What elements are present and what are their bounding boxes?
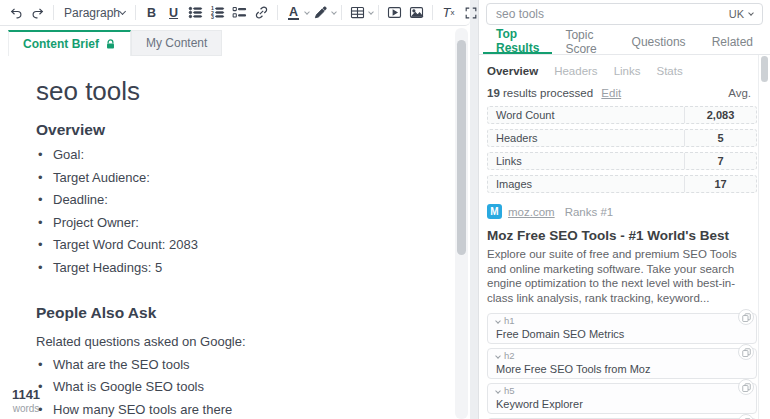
redo-icon bbox=[31, 6, 45, 20]
subtab-stats[interactable]: Stats bbox=[656, 65, 682, 77]
stat-label: Links bbox=[488, 153, 684, 169]
todo-list-button[interactable] bbox=[229, 3, 250, 23]
document-editor[interactable]: seo tools Overview Goal: Target Audience… bbox=[36, 56, 436, 419]
copy-button[interactable] bbox=[738, 309, 754, 325]
toolbar-divider bbox=[432, 5, 433, 20]
chevron-down-icon[interactable] bbox=[495, 353, 501, 359]
text-color-label: A bbox=[288, 6, 299, 20]
search-input[interactable] bbox=[496, 7, 729, 21]
research-scrollbar[interactable] bbox=[758, 55, 770, 419]
edit-link[interactable]: Edit bbox=[601, 87, 621, 99]
underline-button[interactable]: U bbox=[163, 3, 184, 23]
header-tag: h2 bbox=[504, 351, 515, 361]
toolbar-divider bbox=[341, 5, 342, 20]
header-card[interactable]: h2 More Free SEO Tools from Moz bbox=[487, 348, 757, 379]
list-item: What are the SEO tools bbox=[36, 357, 436, 372]
results-processed: 19 results processed Edit bbox=[487, 87, 621, 99]
moz-favicon: M bbox=[487, 204, 502, 219]
region-dropdown[interactable]: UK bbox=[729, 8, 753, 20]
table-button[interactable] bbox=[347, 3, 368, 23]
tab-questions[interactable]: Questions bbox=[619, 29, 699, 54]
stat-label: Headers bbox=[488, 130, 684, 146]
redo-button[interactable] bbox=[27, 3, 48, 23]
list-item: Project Owner: bbox=[36, 215, 436, 230]
numbered-list-button[interactable]: 123 bbox=[207, 3, 228, 23]
table-row: Headers 5 bbox=[487, 129, 757, 147]
list-item: Target Word Count: 2083 bbox=[36, 237, 436, 252]
bold-button[interactable]: B bbox=[141, 3, 162, 23]
copy-icon bbox=[742, 348, 751, 357]
list-item: Target Headings: 5 bbox=[36, 260, 436, 275]
avg-column-header: Avg. bbox=[728, 87, 751, 99]
clear-formatting-x: x bbox=[451, 8, 455, 17]
header-card[interactable]: h5 Keyword Explorer bbox=[487, 383, 757, 414]
list-item: What is Google SEO tools bbox=[36, 379, 436, 394]
editor-scrollbar-thumb[interactable] bbox=[457, 40, 466, 255]
image-icon bbox=[409, 5, 424, 20]
chevron-down-icon[interactable] bbox=[304, 9, 310, 15]
research-scrollbar-thumb[interactable] bbox=[761, 56, 768, 82]
research-tab-bar: Top Results Topic Score Questions Relate… bbox=[479, 29, 770, 55]
table-row: Word Count 2,083 bbox=[487, 106, 757, 124]
people-also-ask-heading: People Also Ask bbox=[36, 303, 436, 322]
stat-value: 7 bbox=[684, 153, 756, 169]
result-headers-list: h1 Free Domain SEO Metrics h2 More Free … bbox=[487, 313, 757, 419]
tab-my-content[interactable]: My Content bbox=[131, 30, 222, 56]
result-domain-link[interactable]: moz.com bbox=[508, 206, 555, 218]
stat-label: Images bbox=[488, 176, 684, 192]
toolbar-divider bbox=[53, 5, 54, 20]
result-source-row: M moz.com Ranks #1 bbox=[487, 204, 757, 219]
copy-button[interactable] bbox=[738, 379, 754, 395]
bullet-list-button[interactable] bbox=[185, 3, 206, 23]
header-tag: h5 bbox=[504, 386, 515, 396]
paragraph-style-label: Paragraph bbox=[64, 6, 120, 20]
chevron-down-icon[interactable] bbox=[331, 9, 337, 15]
link-button[interactable] bbox=[251, 3, 272, 23]
stats-table: Word Count 2,083 Headers 5 Links 7 Image… bbox=[487, 106, 757, 193]
editor-scrollbar[interactable] bbox=[455, 28, 468, 419]
paragraph-style-dropdown[interactable]: Paragraph bbox=[59, 6, 130, 20]
header-text: Free Domain SEO Metrics bbox=[496, 328, 748, 340]
tab-topic-score[interactable]: Topic Score bbox=[552, 29, 618, 54]
overview-list: Goal: Target Audience: Deadline: Project… bbox=[36, 147, 436, 275]
list-item: How many SEO tools are there bbox=[36, 402, 436, 417]
undo-button[interactable] bbox=[5, 3, 26, 23]
clear-formatting-button[interactable]: Tx bbox=[438, 3, 459, 23]
chevron-down-icon[interactable] bbox=[495, 388, 501, 394]
copy-button[interactable] bbox=[738, 414, 754, 419]
embed-video-button[interactable] bbox=[384, 3, 405, 23]
research-panel: UK Top Results Topic Score Questions Rel… bbox=[478, 0, 770, 419]
insert-image-button[interactable] bbox=[406, 3, 427, 23]
highlighter-icon bbox=[313, 5, 328, 20]
header-card[interactable]: h1 Free Domain SEO Metrics bbox=[487, 313, 757, 344]
subtab-overview[interactable]: Overview bbox=[487, 65, 538, 77]
word-counter: 1141 words bbox=[5, 387, 47, 414]
video-icon bbox=[387, 5, 402, 20]
document-title: seo tools bbox=[36, 76, 436, 106]
tab-content-brief-label: Content Brief bbox=[23, 37, 99, 51]
region-label: UK bbox=[729, 8, 744, 20]
result-description: Explore our suite of free and premium SE… bbox=[487, 247, 753, 305]
results-count: 19 bbox=[487, 87, 500, 99]
text-color-button[interactable]: A bbox=[283, 3, 304, 23]
overview-heading: Overview bbox=[36, 120, 436, 139]
tab-top-results[interactable]: Top Results bbox=[483, 29, 552, 54]
header-tag-row: h5 bbox=[496, 386, 748, 396]
list-item: Goal: bbox=[36, 147, 436, 162]
highlight-color-button[interactable] bbox=[310, 3, 331, 23]
table-row: Images 17 bbox=[487, 175, 757, 193]
tab-related[interactable]: Related bbox=[699, 29, 766, 54]
fullscreen-button[interactable] bbox=[460, 3, 481, 23]
results-label: results processed bbox=[503, 87, 593, 99]
copy-icon bbox=[742, 313, 751, 322]
chevron-down-icon[interactable] bbox=[495, 318, 501, 324]
todo-list-icon bbox=[232, 5, 247, 20]
search-row: UK bbox=[479, 0, 770, 29]
list-item: Deadline: bbox=[36, 192, 436, 207]
copy-button[interactable] bbox=[738, 344, 754, 360]
subtab-headers[interactable]: Headers bbox=[554, 65, 597, 77]
subtab-links[interactable]: Links bbox=[614, 65, 641, 77]
chevron-down-icon bbox=[748, 10, 754, 16]
chevron-down-icon[interactable] bbox=[368, 9, 374, 15]
tab-content-brief[interactable]: Content Brief bbox=[8, 30, 131, 56]
